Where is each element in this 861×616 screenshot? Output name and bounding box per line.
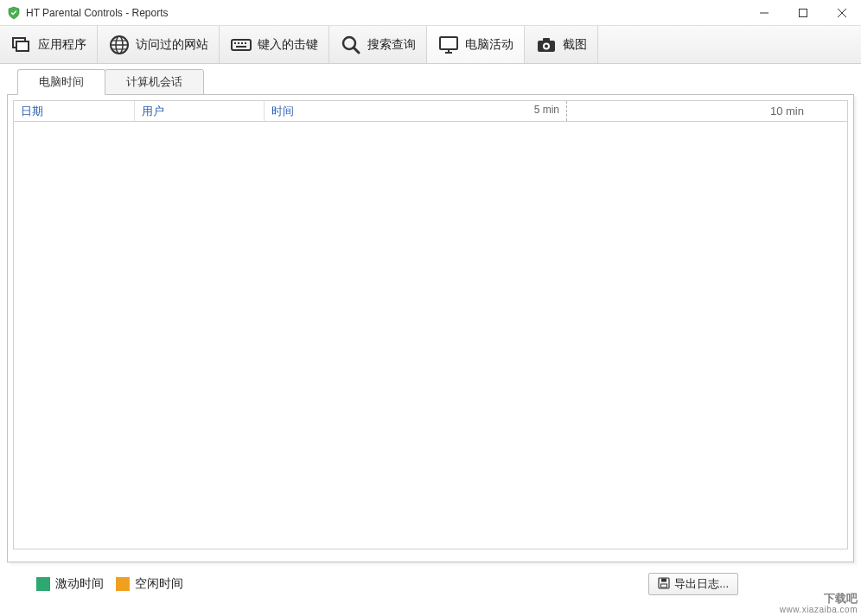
svg-rect-16 [236, 46, 246, 48]
subtab-computer-time[interactable]: 电脑时间 [17, 69, 105, 95]
tab-keystrokes-label: 键入的击键 [258, 37, 318, 53]
tab-search-label: 搜索查询 [367, 37, 416, 53]
watermark-text: 下载吧 [824, 592, 858, 605]
svg-rect-13 [238, 42, 239, 44]
legend-idle: 空闲时间 [116, 576, 183, 592]
tab-keystrokes[interactable]: 键入的击键 [220, 26, 329, 63]
svg-rect-28 [661, 584, 667, 587]
svg-rect-19 [440, 37, 457, 49]
apps-icon [10, 34, 33, 56]
search-icon [340, 34, 362, 56]
window-title: HT Parental Controls - Reports [26, 7, 744, 19]
subtab-computer-session-label: 计算机会话 [126, 75, 182, 88]
watermark-url: www.xiazaiba.com [780, 606, 858, 614]
column-time[interactable]: 时间 5 min [265, 101, 567, 121]
svg-line-18 [354, 48, 359, 53]
svg-rect-14 [241, 42, 243, 44]
footer: 激动时间 空闲时间 导出日志... [7, 562, 854, 597]
svg-rect-12 [234, 42, 236, 44]
subtab-computer-time-label: 电脑时间 [39, 75, 84, 88]
legend-idle-swatch [116, 577, 130, 591]
tab-apps[interactable]: 应用程序 [0, 26, 98, 63]
content: 电脑时间 计算机会话 日期 用户 时间 5 min [0, 64, 861, 597]
minimize-button[interactable] [744, 0, 783, 25]
legend-idle-label: 空闲时间 [135, 576, 183, 592]
toolbar: 应用程序 访问过的网站 键入的击键 搜索查询 电脑活动 截图 [0, 26, 861, 64]
legend-active-swatch [36, 577, 50, 591]
export-button[interactable]: 导出日志... [648, 573, 738, 595]
close-button[interactable] [822, 0, 861, 25]
svg-rect-11 [232, 40, 251, 50]
column-timeline[interactable]: 10 min [567, 101, 847, 121]
time-mark-5: 5 min [534, 104, 559, 119]
tab-activity[interactable]: 电脑活动 [427, 26, 525, 63]
watermark: 下载吧 www.xiazaiba.com [780, 583, 858, 614]
tab-websites[interactable]: 访问过的网站 [98, 26, 220, 63]
legend: 激动时间 空闲时间 [36, 576, 183, 592]
globe-icon [108, 34, 131, 56]
tab-apps-label: 应用程序 [38, 37, 86, 53]
column-date-label: 日期 [21, 104, 43, 119]
svg-rect-5 [16, 41, 29, 51]
legend-active-label: 激动时间 [55, 576, 104, 592]
window-controls [744, 0, 861, 25]
save-disk-icon [658, 577, 670, 592]
time-mark-10: 10 min [770, 105, 804, 117]
export-button-label: 导出日志... [674, 576, 729, 592]
column-user[interactable]: 用户 [135, 101, 265, 121]
subtabs: 电脑时间 计算机会话 [17, 69, 854, 95]
column-user-label: 用户 [142, 104, 164, 119]
svg-rect-1 [799, 9, 807, 16]
tab-screenshots[interactable]: 截图 [525, 26, 598, 63]
camera-icon [535, 34, 558, 56]
app-shield-icon [7, 6, 21, 20]
tab-websites-label: 访问过的网站 [136, 37, 208, 53]
column-date[interactable]: 日期 [14, 101, 135, 121]
tab-activity-label: 电脑活动 [465, 37, 513, 53]
maximize-button[interactable] [783, 0, 822, 25]
tab-search[interactable]: 搜索查询 [329, 26, 427, 63]
table-header: 日期 用户 时间 5 min 10 min [14, 101, 847, 122]
svg-point-24 [545, 44, 548, 48]
keyboard-icon [230, 34, 252, 56]
column-time-label: 时间 [271, 104, 294, 119]
tab-screenshots-label: 截图 [563, 37, 587, 53]
svg-rect-27 [661, 578, 666, 581]
legend-active: 激动时间 [36, 576, 104, 592]
panel: 日期 用户 时间 5 min 10 min [7, 94, 854, 562]
subtab-computer-session[interactable]: 计算机会话 [105, 69, 204, 95]
monitor-icon [437, 34, 460, 56]
svg-rect-25 [543, 38, 550, 41]
svg-rect-15 [245, 42, 246, 44]
table: 日期 用户 时间 5 min 10 min [13, 100, 848, 549]
titlebar: HT Parental Controls - Reports [0, 0, 861, 26]
